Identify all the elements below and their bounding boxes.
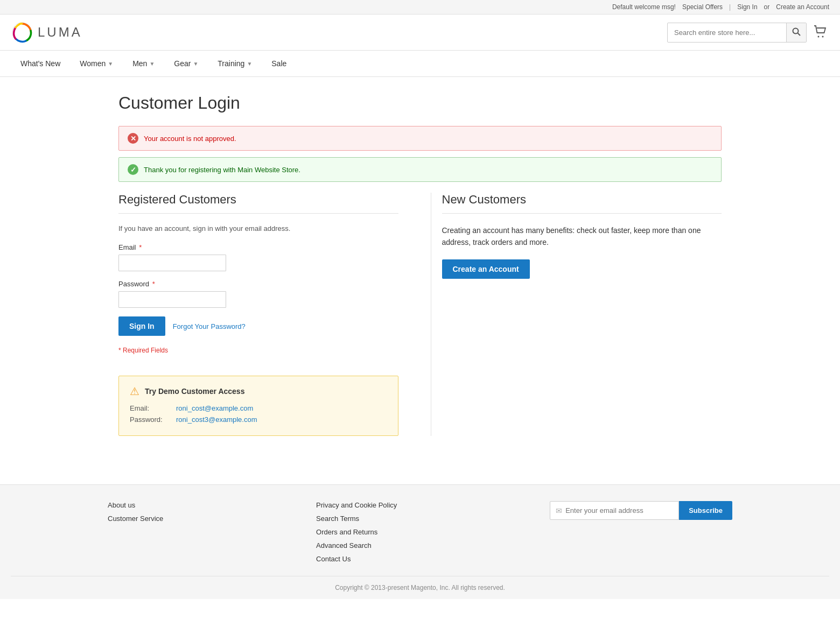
- footer: About us Customer Service Privacy and Co…: [0, 484, 840, 599]
- cart-icon[interactable]: [812, 24, 829, 41]
- email-group: Email *: [118, 243, 398, 271]
- or-text: or: [764, 3, 770, 11]
- cart-svg: [813, 25, 828, 40]
- svg-point-3: [818, 36, 820, 38]
- error-alert: ✕ Your account is not approved.: [118, 126, 722, 151]
- chevron-down-icon: ▼: [193, 61, 198, 67]
- chevron-down-icon: ▼: [108, 61, 113, 67]
- footer-privacy[interactable]: Privacy and Cookie Policy: [316, 501, 397, 509]
- demo-box: ⚠ Try Demo Customer Access Email: roni_c…: [118, 376, 398, 436]
- password-required-star: *: [152, 280, 155, 288]
- required-note: * Required Fields: [118, 347, 398, 354]
- page-title: Customer Login: [118, 93, 722, 113]
- footer-advanced-search[interactable]: Advanced Search: [316, 541, 397, 549]
- svg-line-2: [798, 33, 801, 36]
- forgot-password-link[interactable]: Forgot Your Password?: [173, 322, 246, 330]
- footer-customer-service[interactable]: Customer Service: [108, 515, 163, 523]
- columns: Registered Customers If you have an acco…: [118, 193, 722, 436]
- sign-in-button[interactable]: Sign In: [118, 316, 165, 336]
- header: LUMA: [0, 15, 840, 51]
- chevron-down-icon: ▼: [149, 61, 155, 67]
- chevron-down-icon: ▼: [247, 61, 252, 67]
- logo[interactable]: LUMA: [11, 21, 82, 44]
- create-account-link-top[interactable]: Create an Account: [776, 3, 829, 11]
- nav-men[interactable]: Men ▼: [123, 51, 164, 76]
- nav-whats-new[interactable]: What's New: [11, 51, 70, 76]
- footer-search-terms[interactable]: Search Terms: [316, 515, 397, 523]
- search-box[interactable]: [667, 23, 807, 43]
- top-bar: Default welcome msg! Special Offers | Si…: [0, 0, 840, 15]
- svg-point-4: [822, 36, 824, 38]
- password-label: Password *: [118, 280, 398, 288]
- newsletter: ✉ Subscribe: [550, 501, 732, 520]
- main-content: Customer Login ✕ Your account is not app…: [108, 77, 732, 452]
- footer-bottom: Copyright © 2013-present Magento, Inc. A…: [11, 576, 829, 599]
- demo-title: Try Demo Customer Access: [145, 387, 244, 396]
- success-icon: ✓: [128, 164, 138, 175]
- new-customers-title: New Customers: [442, 193, 722, 214]
- email-label: Email *: [118, 243, 398, 251]
- footer-contact-us[interactable]: Contact Us: [316, 555, 397, 563]
- nav-sale[interactable]: Sale: [262, 51, 296, 76]
- footer-col-1: About us Customer Service: [108, 501, 163, 523]
- search-icon: [792, 27, 801, 36]
- demo-password-row: Password: roni_cost3@example.com: [130, 415, 387, 424]
- search-button[interactable]: [786, 23, 806, 42]
- navigation: What's New Women ▼ Men ▼ Gear ▼ Training…: [0, 51, 840, 77]
- logo-icon: [11, 21, 33, 44]
- success-alert: ✓ Thank you for registering with Main We…: [118, 157, 722, 182]
- sign-in-link[interactable]: Sign In: [737, 3, 757, 11]
- email-field[interactable]: [118, 255, 226, 271]
- footer-col-2: Privacy and Cookie Policy Search Terms O…: [316, 501, 397, 563]
- demo-password-label: Password:: [130, 415, 167, 424]
- demo-header: ⚠ Try Demo Customer Access: [130, 385, 387, 398]
- nav-training[interactable]: Training ▼: [208, 51, 262, 76]
- nav-gear[interactable]: Gear ▼: [164, 51, 208, 76]
- footer-content: About us Customer Service Privacy and Co…: [108, 501, 732, 576]
- password-group: Password *: [118, 280, 398, 308]
- registered-title: Registered Customers: [118, 193, 398, 214]
- logo-text: LUMA: [38, 25, 82, 40]
- envelope-icon: ✉: [556, 506, 562, 515]
- new-customers-section: New Customers Creating an account has ma…: [431, 193, 722, 436]
- svg-point-1: [793, 28, 799, 33]
- demo-email-value: roni_cost@example.com: [176, 404, 253, 412]
- separator-1: |: [729, 3, 731, 11]
- new-customers-description: Creating an account has many benefits: c…: [442, 224, 722, 249]
- error-icon: ✕: [128, 133, 138, 144]
- footer-about-us[interactable]: About us: [108, 501, 163, 509]
- success-message: Thank you for registering with Main Webs…: [144, 166, 300, 174]
- subscribe-button[interactable]: Subscribe: [679, 501, 732, 520]
- error-message: Your account is not approved.: [144, 135, 236, 143]
- footer-orders-returns[interactable]: Orders and Returns: [316, 528, 397, 536]
- email-required-star: *: [139, 243, 142, 251]
- demo-email-label: Email:: [130, 404, 167, 412]
- newsletter-input-wrap: ✉: [550, 501, 679, 520]
- nav-women[interactable]: Women ▼: [70, 51, 123, 76]
- header-right: [667, 23, 829, 43]
- registered-description: If you have an account, sign in with you…: [118, 224, 398, 232]
- copyright-text: Copyright © 2013-present Magento, Inc. A…: [335, 584, 505, 591]
- demo-password-value: roni_cost3@example.com: [176, 415, 257, 424]
- form-actions: Sign In Forgot Your Password?: [118, 316, 398, 336]
- special-offers-link[interactable]: Special Offers: [682, 3, 723, 11]
- welcome-message: Default welcome msg!: [612, 3, 676, 11]
- newsletter-email-input[interactable]: [565, 502, 673, 519]
- create-account-button[interactable]: Create an Account: [442, 259, 530, 279]
- warning-icon: ⚠: [130, 385, 139, 398]
- demo-email-row: Email: roni_cost@example.com: [130, 404, 387, 412]
- password-field[interactable]: [118, 291, 226, 308]
- search-input[interactable]: [668, 24, 786, 41]
- registered-customers-section: Registered Customers If you have an acco…: [118, 193, 398, 436]
